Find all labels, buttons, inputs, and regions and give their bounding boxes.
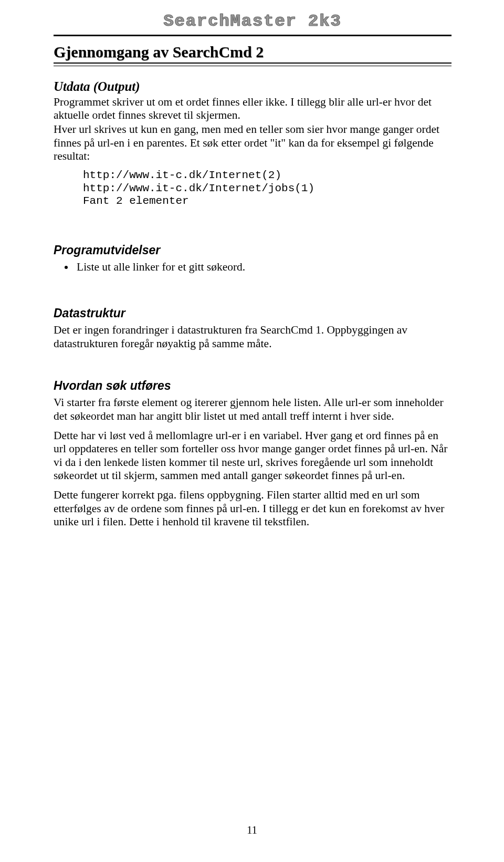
divider-top	[54, 35, 452, 36]
hvordan-p3: Dette fungerer korrekt pga. filens oppby…	[54, 489, 452, 528]
code-block: http://www.it-c.dk/Internet(2) http://ww…	[83, 169, 452, 207]
page-number: 11	[0, 824, 504, 837]
title-underline-1	[54, 63, 452, 64]
datastruktur-p1: Det er ingen forandringer i datastruktur…	[54, 324, 452, 350]
spacer	[54, 357, 452, 379]
extensions-list: Liste ut alle linker for et gitt søkeord…	[75, 261, 452, 274]
code-line-1: http://www.it-c.dk/Internet(2)	[83, 169, 281, 181]
page: SearchMaster 2k3 Gjennomgang av SearchCm…	[0, 0, 504, 862]
utdata-p1: Programmet skriver ut om et ordet finnes…	[54, 96, 452, 122]
brand-text: SearchMaster 2k3	[163, 12, 341, 31]
list-item: Liste ut alle linker for et gitt søkeord…	[75, 261, 452, 274]
heading-hvordan: Hvordan søk utføres	[54, 379, 452, 393]
spacer	[54, 276, 452, 306]
utdata-p2: Hver url skrives ut kun en gang, men med…	[54, 123, 452, 163]
title-underline-2	[54, 66, 452, 66]
code-line-2: http://www.it-c.dk/Internet/jobs(1)	[83, 182, 314, 194]
hvordan-p1: Vi starter fra første element og iterere…	[54, 396, 452, 423]
spacer	[54, 213, 452, 243]
brand-logo: SearchMaster 2k3	[54, 12, 452, 32]
hvordan-p2: Dette har vi løst ved å mellomlagre url-…	[54, 429, 452, 482]
code-line-3: Fant 2 elementer	[83, 195, 189, 207]
heading-programutvidelser: Programutvidelser	[54, 243, 452, 257]
page-title: Gjennomgang av SearchCmd 2	[54, 43, 452, 61]
heading-datastruktur: Datastruktur	[54, 306, 452, 320]
heading-utdata: Utdata (Output)	[54, 79, 452, 95]
